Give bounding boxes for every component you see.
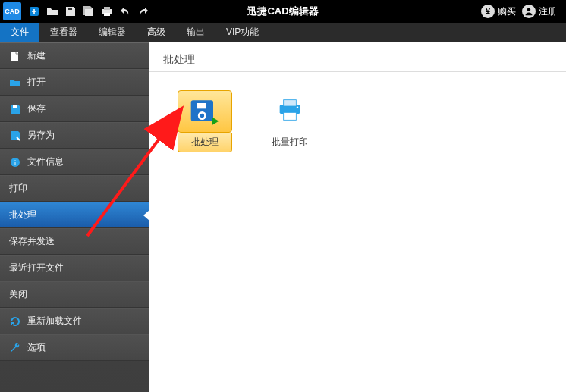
save-icon[interactable] [62, 3, 79, 20]
sidebar-item-label: 文件信息 [27, 155, 64, 168]
menu-bar: 文件 查看器 编辑器 高级 输出 VIP功能 [0, 23, 566, 42]
app-logo-icon: CAD [3, 2, 21, 20]
tab-file[interactable]: 文件 [0, 23, 39, 42]
sidebar-item-file-info[interactable]: i 文件信息 [0, 149, 149, 175]
title-bar: CAD 迅捷CAD编辑器 ¥ 购买 [0, 0, 566, 23]
sidebar-item-batch[interactable]: 批处理 [0, 202, 149, 228]
sidebar-item-label: 新建 [27, 49, 46, 62]
sidebar-item-label: 打开 [27, 76, 46, 89]
tile-batch-process[interactable]: 批处理 [175, 90, 234, 152]
sidebar-item-label: 打印 [9, 182, 27, 195]
svg-rect-11 [197, 103, 206, 108]
sidebar-item-close[interactable]: 关闭 [0, 281, 149, 308]
sidebar-item-label: 另存为 [27, 129, 55, 142]
sidebar-item-label: 保存并发送 [9, 235, 55, 248]
buy-label: 购买 [498, 5, 516, 18]
sidebar-item-print[interactable]: 打印 [0, 175, 149, 202]
content-heading: 批处理 [149, 42, 566, 72]
sidebar-item-label: 批处理 [9, 209, 36, 221]
file-new-icon [9, 50, 21, 62]
sidebar-item-reload[interactable]: 重新加载文件 [0, 308, 149, 334]
sidebar-item-save[interactable]: 保存 [0, 96, 149, 122]
tab-editor[interactable]: 编辑器 [88, 23, 137, 42]
register-label: 注册 [539, 5, 557, 18]
svg-rect-16 [284, 112, 297, 120]
sidebar-item-label: 关闭 [9, 288, 27, 301]
file-menu-sidebar: 新建 打开 保存 另存为 i 文件信息 打印 批处理 保存并发送 [0, 42, 149, 392]
buy-button[interactable]: ¥ 购买 [481, 5, 516, 18]
svg-point-17 [297, 106, 299, 108]
sidebar-item-new[interactable]: 新建 [0, 42, 149, 69]
save-as-icon [9, 130, 21, 142]
new-file-icon[interactable] [26, 3, 42, 20]
sidebar-item-open[interactable]: 打开 [0, 69, 149, 96]
print-icon[interactable] [99, 3, 115, 20]
currency-icon: ¥ [481, 5, 495, 18]
sidebar-item-label: 保存 [27, 102, 46, 115]
open-file-icon[interactable] [44, 3, 61, 20]
save-all-icon[interactable] [80, 3, 97, 20]
batch-save-icon [178, 90, 232, 133]
user-icon [522, 5, 536, 18]
content-pane: 批处理 批处理 [149, 42, 566, 392]
svg-rect-15 [284, 100, 297, 106]
svg-rect-1 [68, 8, 72, 10]
tab-viewer[interactable]: 查看器 [39, 23, 88, 42]
tab-output[interactable]: 输出 [176, 23, 215, 42]
svg-rect-3 [104, 7, 110, 10]
info-icon: i [9, 156, 21, 168]
svg-point-5 [527, 8, 531, 12]
tile-label: 批处理 [178, 133, 232, 152]
sidebar-item-save-as[interactable]: 另存为 [0, 122, 149, 149]
quick-access-toolbar [26, 3, 152, 20]
batch-print-icon [266, 90, 314, 130]
reload-icon [9, 315, 21, 328]
redo-icon[interactable] [135, 3, 152, 20]
sidebar-item-label: 最近打开文件 [9, 262, 64, 274]
register-button[interactable]: 注册 [522, 5, 557, 18]
wrench-icon [9, 342, 21, 354]
tile-batch-print[interactable]: 批量打印 [260, 90, 319, 152]
svg-rect-6 [11, 52, 18, 61]
tab-advanced[interactable]: 高级 [137, 23, 176, 42]
tab-vip[interactable]: VIP功能 [215, 23, 269, 42]
folder-open-icon [9, 77, 21, 89]
svg-text:i: i [14, 159, 16, 167]
undo-icon[interactable] [117, 3, 134, 20]
svg-point-13 [200, 114, 205, 118]
svg-rect-4 [104, 13, 110, 16]
sidebar-item-options[interactable]: 选项 [0, 334, 149, 361]
sidebar-item-recent[interactable]: 最近打开文件 [0, 255, 149, 281]
tile-label: 批量打印 [272, 136, 308, 149]
svg-rect-7 [13, 105, 17, 108]
sidebar-item-label: 重新加载文件 [27, 315, 82, 328]
save-icon [9, 103, 21, 115]
sidebar-item-label: 选项 [27, 341, 46, 354]
sidebar-item-save-send[interactable]: 保存并发送 [0, 228, 149, 255]
